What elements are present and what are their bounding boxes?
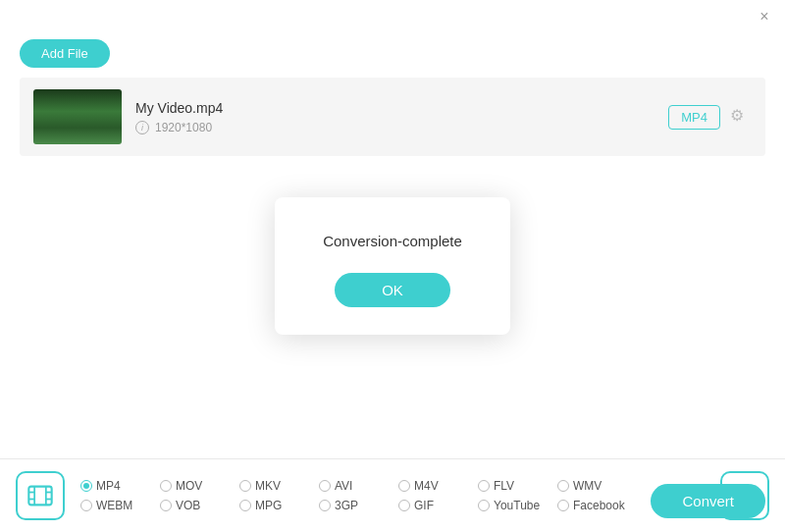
dialog-message: Conversion-complete xyxy=(298,233,487,249)
dialog-box: Conversion-complete OK xyxy=(275,197,510,335)
dialog-overlay: Conversion-complete OK xyxy=(0,0,785,532)
dialog-ok-button[interactable]: OK xyxy=(335,273,450,307)
